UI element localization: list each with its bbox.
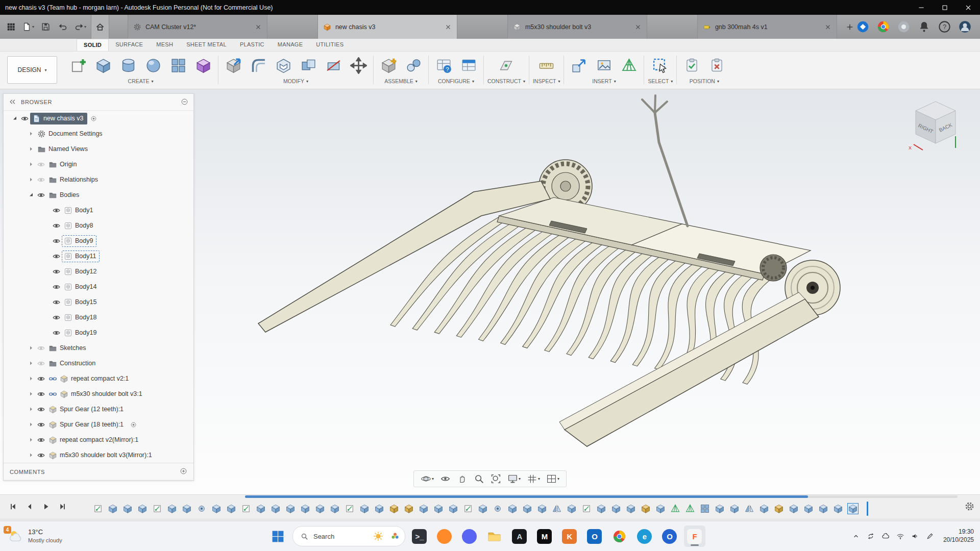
- visibility-toggle[interactable]: [35, 451, 46, 460]
- browser-row-body1[interactable]: Body1: [4, 203, 193, 218]
- visibility-toggle[interactable]: [51, 267, 62, 276]
- timeline-feature-35[interactable]: [596, 504, 606, 514]
- visibility-toggle[interactable]: [35, 436, 46, 444]
- timeline-feature-45[interactable]: [744, 504, 754, 514]
- tray-onedrive[interactable]: [878, 526, 893, 546]
- tree-expand-arrow[interactable]: [27, 177, 35, 183]
- tray-update[interactable]: [864, 526, 878, 546]
- tree-expand-arrow[interactable]: [27, 437, 35, 443]
- presence-icon[interactable]: [897, 20, 911, 34]
- visibility-toggle[interactable]: [51, 313, 62, 322]
- timeline-feature-37[interactable]: [626, 504, 636, 514]
- browser-row-body18[interactable]: Body18: [4, 310, 193, 325]
- extensions-icon[interactable]: [856, 20, 870, 34]
- app-store-icon[interactable]: [876, 20, 890, 34]
- visibility-toggle[interactable]: [35, 390, 46, 398]
- search-highlight-flower-icon[interactable]: [389, 530, 401, 542]
- visibility-toggle[interactable]: [19, 114, 30, 123]
- undo-button[interactable]: [55, 19, 70, 35]
- timeline-feature-16[interactable]: [315, 504, 325, 514]
- app-firefox[interactable]: [434, 525, 455, 547]
- timeline-feature-21[interactable]: [389, 504, 399, 514]
- browser-row-relationships[interactable]: Relationships: [4, 172, 193, 187]
- tree-expand-arrow[interactable]: [27, 345, 35, 351]
- browser-row-body14[interactable]: Body14: [4, 279, 193, 294]
- ribbon-tab-sheet-metal[interactable]: SHEET METAL: [180, 39, 233, 51]
- position-menu[interactable]: POSITION▾: [690, 78, 719, 84]
- viewports[interactable]: ▾: [545, 472, 561, 485]
- create-cylinder-button[interactable]: [117, 55, 139, 77]
- timeline-feature-40[interactable]: [670, 504, 680, 514]
- new-tab-button[interactable]: [844, 19, 856, 35]
- timeline-feature-47[interactable]: [774, 504, 784, 514]
- timeline-settings-button[interactable]: [964, 501, 975, 512]
- tree-collapse-arrow[interactable]: [27, 192, 35, 198]
- timeline-feature-10[interactable]: [226, 504, 236, 514]
- timeline-feature-9[interactable]: [211, 504, 222, 514]
- browser-row-body12[interactable]: Body12: [4, 264, 193, 279]
- display-settings[interactable]: ▾: [506, 472, 522, 485]
- visibility-toggle[interactable]: [35, 420, 46, 429]
- view-cube[interactable]: RIGHT BACK X: [902, 95, 969, 157]
- browser-row-body15[interactable]: Body15: [4, 294, 193, 310]
- search-highlight-sun-icon[interactable]: [372, 530, 384, 542]
- visibility-toggle[interactable]: [51, 298, 62, 307]
- timeline-feature-48[interactable]: [789, 504, 799, 514]
- start-button[interactable]: [267, 525, 289, 547]
- pan-tool[interactable]: [455, 472, 469, 485]
- timeline-feature-13[interactable]: [271, 504, 281, 514]
- grid-snap-settings[interactable]: ▾: [525, 472, 542, 485]
- file-menu[interactable]: ▾: [20, 19, 36, 35]
- look-at-tool[interactable]: [438, 472, 452, 485]
- timeline-feature-28[interactable]: [493, 504, 503, 514]
- tree-expand-arrow[interactable]: [27, 375, 35, 382]
- timeline-feature-7[interactable]: [182, 504, 192, 514]
- press-pull-button[interactable]: [222, 55, 244, 77]
- visibility-toggle[interactable]: [51, 329, 62, 337]
- browser-row-spur-gear-12-teeth-1[interactable]: Spur Gear (12 teeth):1: [4, 402, 193, 417]
- fillet-button[interactable]: [247, 55, 270, 77]
- shell-button[interactable]: [272, 55, 295, 77]
- activate-radio[interactable]: [90, 115, 97, 122]
- configuration-table-button[interactable]: [457, 55, 480, 77]
- visibility-toggle[interactable]: [35, 359, 46, 368]
- timeline-feature-43[interactable]: [715, 504, 725, 514]
- tree-expand-arrow[interactable]: [27, 406, 35, 412]
- taskbar-clock[interactable]: 19:30 20/10/2025: [938, 528, 974, 544]
- visibility-toggle[interactable]: [51, 237, 62, 245]
- collapse-panel-icon[interactable]: [9, 98, 16, 107]
- configure-button[interactable]: ?: [432, 55, 455, 77]
- timeline-feature-34[interactable]: [581, 504, 592, 514]
- timeline-feature-27[interactable]: [478, 504, 488, 514]
- browser-row-body19[interactable]: Body19: [4, 325, 193, 340]
- redo-button[interactable]: ▾: [72, 19, 88, 35]
- tree-expand-arrow[interactable]: [27, 421, 35, 428]
- app-music[interactable]: M: [534, 525, 555, 547]
- split-body-button[interactable]: [322, 55, 345, 77]
- data-panel-toggle[interactable]: [3, 19, 18, 35]
- doc-tab-cam-cluster-v12[interactable]: CAM Cluster v12*: [128, 15, 267, 39]
- timeline-feature-15[interactable]: [300, 504, 310, 514]
- tab-close-icon[interactable]: [255, 23, 262, 31]
- ribbon-tab-surface[interactable]: SURFACE: [109, 39, 150, 51]
- visibility-toggle[interactable]: [35, 405, 46, 414]
- timeline-feature-46[interactable]: [759, 504, 769, 514]
- close-button[interactable]: [957, 0, 980, 15]
- timeline-feature-17[interactable]: [330, 504, 340, 514]
- app-terminal[interactable]: >_: [409, 525, 430, 547]
- orbit-tool[interactable]: ▾: [419, 472, 435, 485]
- insert-derive-button[interactable]: [568, 55, 590, 77]
- visibility-toggle[interactable]: [51, 283, 62, 291]
- timeline-feature-22[interactable]: [404, 504, 414, 514]
- visibility-toggle[interactable]: [35, 191, 46, 199]
- tree-expand-arrow[interactable]: [27, 452, 35, 458]
- timeline-feature-3[interactable]: [122, 504, 133, 514]
- app-discord[interactable]: [459, 525, 480, 547]
- browser-row-spur-gear-18-teeth-1[interactable]: Spur Gear (18 teeth):1: [4, 417, 193, 432]
- timeline-feature-42[interactable]: [700, 504, 710, 514]
- timeline-feature-33[interactable]: [567, 504, 577, 514]
- timeline-feature-32[interactable]: [552, 504, 562, 514]
- browser-row-document-settings[interactable]: Document Settings: [4, 126, 193, 141]
- tab-close-icon[interactable]: [634, 23, 642, 31]
- insert-mesh-button[interactable]: [618, 55, 640, 77]
